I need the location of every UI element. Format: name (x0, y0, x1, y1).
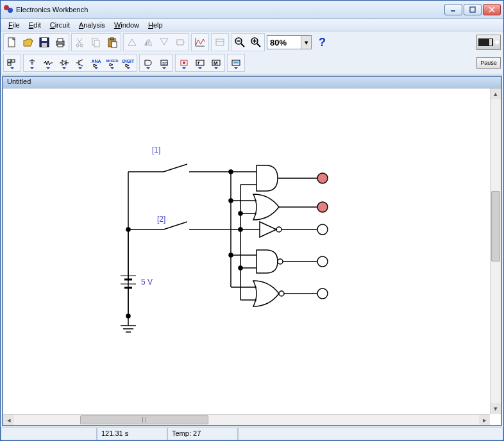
vertical-scrollbar[interactable]: ▴ ▾ (490, 88, 501, 414)
svg-point-16 (76, 44, 79, 47)
svg-point-93 (317, 224, 328, 235)
parts-diodes[interactable] (56, 55, 72, 71)
status-cell-1 (1, 428, 97, 440)
svg-text:M: M (214, 60, 218, 66)
open-button[interactable] (21, 35, 36, 50)
statusbar: 121.31 s Temp: 27 (1, 428, 503, 440)
parts-analog-ics[interactable]: ANA (88, 55, 104, 71)
close-button[interactable] (483, 4, 501, 15)
parts-favorites[interactable] (4, 55, 20, 71)
flip-h-button[interactable] (140, 35, 156, 50)
rotate-button[interactable] (124, 35, 140, 50)
svg-point-84 (317, 173, 328, 183)
svg-line-34 (257, 44, 260, 47)
svg-rect-23 (177, 40, 183, 45)
svg-line-15 (78, 38, 82, 44)
menu-edit[interactable]: Edit (25, 21, 45, 29)
menu-circuit[interactable]: Circuit (46, 21, 74, 29)
svg-marker-90 (260, 222, 276, 237)
svg-rect-9 (42, 38, 47, 41)
zoom-dropdown-arrow[interactable]: ▾ (301, 36, 311, 49)
parts-instruments[interactable] (228, 55, 244, 71)
app-icon (3, 4, 13, 15)
svg-point-17 (80, 44, 83, 47)
menu-window[interactable]: Window (110, 21, 143, 29)
svg-line-31 (241, 44, 244, 47)
paste-button[interactable] (105, 35, 120, 50)
new-button[interactable] (4, 35, 20, 50)
svg-rect-10 (42, 43, 47, 47)
zoom-in-button[interactable] (248, 35, 264, 50)
svg-rect-64 (233, 62, 239, 63)
help-button[interactable]: ? (314, 36, 331, 49)
flip-v-button[interactable] (156, 35, 172, 50)
svg-marker-45 (62, 60, 66, 65)
toolbars: ▾ ? ANA MIXED DIGIT (1, 31, 503, 74)
parts-logic-gates[interactable] (140, 55, 156, 71)
svg-marker-53 (110, 63, 113, 66)
circuit-canvas[interactable]: [1] [2] 5 V ▴ ▾ (3, 88, 501, 414)
pause-button[interactable]: Pause (476, 57, 501, 69)
vscroll-thumb[interactable] (491, 191, 500, 262)
svg-rect-13 (58, 44, 63, 47)
scroll-left-button[interactable]: ◂ (3, 415, 14, 425)
zoom-out-button[interactable] (232, 35, 248, 50)
svg-rect-28 (216, 39, 224, 46)
svg-line-14 (77, 38, 81, 44)
parts-digital[interactable]: SO (156, 55, 172, 71)
graph-button[interactable] (192, 35, 208, 50)
parts-digital-ics[interactable]: DIGIT (121, 55, 136, 71)
parts-indicators[interactable] (176, 55, 192, 71)
zoom-input[interactable] (267, 38, 301, 47)
parts-transistors[interactable] (72, 55, 88, 71)
titlebar-text: Electronics Workbench (16, 6, 444, 13)
simulate-switch[interactable] (476, 35, 501, 50)
status-temp: Temp: 27 (167, 428, 238, 440)
zoom-combo[interactable]: ▾ (267, 35, 312, 49)
svg-rect-21 (110, 38, 113, 40)
menubar: File Edit Circuit Analysis Window Help (1, 19, 503, 31)
svg-point-98 (317, 256, 328, 267)
svg-rect-12 (58, 38, 63, 42)
svg-point-103 (317, 288, 328, 299)
menu-file[interactable]: File (4, 21, 24, 29)
switch-1-label: [1] (152, 146, 160, 154)
svg-line-51 (79, 64, 83, 66)
horizontal-scrollbar[interactable]: ◂ ▸ (3, 414, 490, 425)
svg-marker-54 (126, 64, 129, 67)
menu-help[interactable]: Help (144, 21, 167, 29)
svg-line-72 (164, 222, 187, 229)
workspace: Untitled (2, 76, 502, 426)
copy-button[interactable] (88, 35, 104, 50)
scroll-down-button[interactable]: ▾ (491, 403, 501, 414)
parts-misc[interactable]: M (208, 55, 224, 71)
maximize-button[interactable] (464, 4, 482, 15)
svg-point-101 (279, 291, 284, 296)
svg-point-58 (183, 62, 185, 64)
save-button[interactable] (37, 35, 52, 50)
parts-basic[interactable] (40, 55, 56, 71)
svg-rect-39 (8, 63, 11, 65)
subcircuit-button[interactable] (172, 35, 188, 50)
svg-rect-38 (12, 60, 15, 62)
titlebar[interactable]: Electronics Workbench (1, 1, 503, 19)
parts-sources[interactable] (24, 55, 40, 71)
cut-button[interactable] (72, 35, 88, 50)
hscroll-thumb[interactable] (80, 415, 208, 424)
menu-analysis[interactable]: Analysis (75, 21, 109, 29)
scroll-right-button[interactable]: ▸ (479, 415, 490, 425)
svg-point-96 (278, 259, 283, 264)
parts-controls[interactable]: f (192, 55, 208, 71)
svg-rect-19 (94, 40, 99, 47)
scroll-up-button[interactable]: ▴ (491, 88, 501, 99)
app-window: Electronics Workbench File Edit Circuit … (0, 0, 504, 441)
minimize-button[interactable] (444, 4, 462, 15)
circuit-schematic[interactable]: [1] [2] 5 V (3, 88, 484, 414)
print-button[interactable] (53, 35, 68, 50)
component-props-button[interactable] (212, 35, 228, 50)
svg-rect-37 (8, 60, 11, 62)
svg-marker-52 (94, 64, 97, 67)
parts-mixed-ics[interactable]: MIXED (105, 55, 120, 71)
status-cell-4 (238, 428, 503, 440)
svg-line-50 (79, 60, 83, 62)
